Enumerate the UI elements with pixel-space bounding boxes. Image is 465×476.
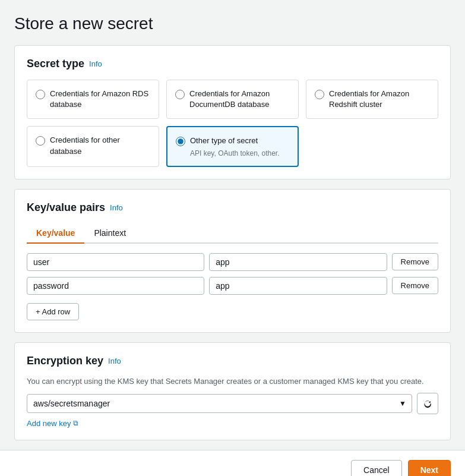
card-label-redshift: Credentials for Amazon Redshift cluster [329, 89, 429, 110]
secret-type-card-other-type[interactable]: Other type of secret API key, OAuth toke… [166, 126, 299, 166]
secret-type-grid-row1: Credentials for Amazon RDS database Cred… [27, 80, 438, 119]
refresh-button[interactable] [417, 393, 438, 414]
kv-key-input-1[interactable] [27, 277, 204, 295]
secret-type-info-link[interactable]: Info [89, 59, 102, 68]
page-title: Store a new secret [14, 14, 451, 33]
secret-type-card-other-db[interactable]: Credentials for other database [27, 126, 159, 166]
kv-row-1: Remove [27, 277, 438, 295]
footer-bar: Cancel Next [0, 450, 465, 476]
kv-info-link[interactable]: Info [110, 203, 123, 212]
kv-value-input-0[interactable] [209, 253, 387, 271]
secret-type-radio-redshift[interactable] [315, 90, 324, 99]
encryption-info-link[interactable]: Info [108, 357, 121, 365]
cancel-button[interactable]: Cancel [351, 460, 402, 476]
encryption-section: Encryption key Info You can encrypt usin… [14, 342, 451, 440]
add-row-button[interactable]: + Add row [27, 303, 79, 320]
card-label-other-type: Other type of secret [190, 135, 280, 146]
remove-button-0[interactable]: Remove [392, 253, 438, 270]
card-label-documentdb: Credentials for Amazon DocumentDB databa… [189, 89, 290, 110]
encryption-select-row: aws/secretsmanager ▼ [27, 393, 438, 414]
external-link-icon: ⧉ [73, 419, 78, 427]
kv-section: Key/value pairs Info Key/value Plaintext… [14, 189, 451, 333]
encryption-select-wrapper: aws/secretsmanager ▼ [27, 394, 412, 413]
remove-button-1[interactable]: Remove [392, 277, 438, 294]
tab-plaintext[interactable]: Plaintext [84, 223, 135, 244]
secret-type-card-empty [306, 126, 438, 166]
kv-value-input-1[interactable] [209, 277, 387, 295]
secret-type-radio-other-type[interactable] [176, 137, 185, 146]
secret-type-card-documentdb[interactable]: Credentials for Amazon DocumentDB databa… [166, 80, 299, 119]
encryption-description: You can encrypt using the KMS key that S… [27, 377, 438, 386]
encryption-key-select[interactable]: aws/secretsmanager [27, 394, 412, 413]
card-sublabel-other-type: API key, OAuth token, other. [190, 149, 280, 157]
kv-key-input-0[interactable] [27, 253, 204, 271]
card-label-other-db: Credentials for other database [50, 135, 150, 156]
secret-type-card-redshift[interactable]: Credentials for Amazon Redshift cluster [306, 80, 438, 119]
secret-type-radio-other-db[interactable] [36, 136, 45, 146]
secret-type-header: Secret type Info [27, 58, 438, 70]
secret-type-radio-rds[interactable] [36, 90, 45, 99]
secret-type-radio-documentdb[interactable] [175, 90, 185, 99]
secret-type-grid-row2: Credentials for other database Other typ… [27, 126, 438, 166]
secret-type-section: Secret type Info Credentials for Amazon … [14, 45, 451, 179]
kv-tabs: Key/value Plaintext [27, 223, 438, 244]
add-new-key-link[interactable]: Add new key ⧉ [27, 419, 78, 428]
encryption-header: Encryption key Info [27, 355, 438, 367]
kv-header: Key/value pairs Info [27, 201, 438, 214]
kv-title: Key/value pairs [27, 201, 105, 214]
kv-row-0: Remove [27, 253, 438, 271]
tab-keyvalue[interactable]: Key/value [27, 223, 84, 244]
card-label-rds: Credentials for Amazon RDS database [50, 89, 150, 110]
add-new-key-label: Add new key [27, 419, 71, 428]
refresh-icon [423, 399, 432, 408]
secret-type-card-rds[interactable]: Credentials for Amazon RDS database [27, 80, 159, 119]
next-button[interactable]: Next [408, 460, 451, 476]
secret-type-title: Secret type [27, 58, 84, 70]
encryption-title: Encryption key [27, 355, 103, 367]
